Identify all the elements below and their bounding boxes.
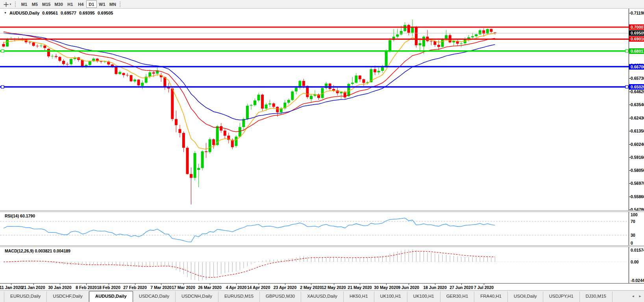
chart-tab-USDCHF-Daily[interactable]: USDCHF,Daily [47,291,89,302]
toolbar-grip [120,2,120,7]
tab-scroll-arrows: ◄ ► [631,295,642,298]
candle-body [239,127,241,136]
candle-body [55,56,57,57]
crosshair-tool-button[interactable]: ▼ [2,0,13,8]
chart-tab-USDJPY-H1[interactable]: USDJPY,H1 [543,291,580,302]
timeframe-button-W1[interactable]: W1 [97,0,107,8]
macd-axis-label: -0.02441 [631,278,644,283]
price-tick-label: 0.65730 [631,76,644,81]
candle-body [137,79,140,85]
chart-tab-USOil-Daily[interactable]: USOil,Daily [508,291,543,302]
candle-body [475,34,477,36]
candle-body [118,72,121,74]
timeframe-button-MN[interactable]: MN [107,0,118,8]
candle-body [400,31,403,35]
chart-tab-EURUSD-Daily[interactable]: EURUSD,Daily [4,291,47,302]
timeframe-button-M5[interactable]: M5 [30,0,40,8]
candle-body [254,100,256,105]
candle-body [171,88,174,119]
date-label: 27 Feb 2020 [121,285,149,290]
ohlc-low: 0.69395 [79,11,95,15]
candle-body [89,61,91,65]
chart-tab-UK100-H1[interactable]: UK100,H1 [407,291,440,302]
timeframe-button-M1[interactable]: M1 [19,0,30,8]
date-label: 9 Jun 2020 [395,285,422,290]
timeframe-button-group: M1M5M15M30H1H4D1W1MN [19,0,118,8]
timeframe-button-M30[interactable]: M30 [52,0,65,8]
candle-body [66,64,69,64]
timeframe-button-M15[interactable]: M15 [40,0,52,8]
candle-body [302,81,305,86]
line-selection-handle [625,50,628,52]
candle-body [490,29,492,32]
rsi-line [4,218,495,242]
candle-body [437,45,440,47]
chart-tab-list: EURUSD,DailyUSDCHF,DailyAUDUSD,DailyUSDC… [0,291,644,302]
candle-body [407,25,410,33]
chart-window[interactable]: ▼ AUDUSD,Daily 0.69561 0.69577 0.69395 0… [0,9,644,290]
chart-tab-GER30-H1[interactable]: GER30,H1 [440,291,475,302]
tab-scroll-right-icon[interactable]: ► [638,295,642,298]
date-label: 26 Mar 2020 [196,285,224,290]
candle-body [6,39,9,47]
price-tick-label: 0.64620 [631,89,644,94]
date-label: 17 Mar 2020 [170,285,197,290]
candle-body [130,75,133,81]
chart-tab-UK100-H1[interactable]: UK100,H1 [374,291,407,302]
candle-body [175,119,178,125]
timeframe-button-H1[interactable]: H1 [65,0,76,8]
rsi-indicator-label: RSI(14) 60.1790 [5,214,35,218]
candle-body [310,96,313,99]
macd-axis-label: 0.00 [631,260,638,264]
macd-pane-canvas[interactable] [0,247,629,283]
candle-body [374,69,376,72]
candle-body [47,49,50,56]
date-label: 23 Apr 2020 [271,285,299,290]
chart-tab-FRA40-H1[interactable]: FRA40,H1 [474,291,508,302]
candle-body [441,39,444,47]
price-tick-label: 0.55860 [631,194,644,199]
pane-splitter-macd[interactable] [0,245,644,247]
candle-body [133,79,136,81]
price-tick-label: 0.63540 [631,102,644,107]
time-axis[interactable]: 11 Jan 202021 Jan 202030 Jan 20208 Feb 2… [0,283,644,290]
chart-tab-AUDUSD-Daily[interactable]: AUDUSD,Daily [89,291,133,302]
candle-body [242,119,245,127]
timeframe-button-H4[interactable]: H4 [76,0,86,8]
candle-body [362,79,365,83]
candle-body [418,43,421,45]
price-badge: 0.70007 [629,24,644,30]
chart-tab-HK50-H1[interactable]: HK50,H1 [344,291,374,302]
candle-body [62,61,65,64]
date-label: 12 May 2020 [320,285,348,290]
tab-scroll-left-icon[interactable]: ◄ [631,295,635,298]
price-tick-label: 0.56970 [631,181,644,186]
candle-body [261,95,264,109]
rsi-axis-label: 0 [631,241,633,245]
price-badge: 0.66706 [629,64,644,70]
rsi-pane-canvas[interactable] [0,212,629,246]
chart-tab-DJ30-M15[interactable]: DJ30,M15 [580,291,613,302]
main-chart-canvas[interactable] [0,9,629,210]
pane-splitter-rsi[interactable] [0,210,644,212]
candle-body [445,35,448,39]
chart-tab-GBPUSD-M30[interactable]: GBPUSD,M30 [260,291,301,302]
candle-body [268,103,271,105]
date-label: 21 May 2020 [346,285,374,290]
price-tick-label: 0.59160 [631,155,644,160]
candle-body [257,95,260,101]
chart-tab-USDCAD-Daily[interactable]: USDCAD,Daily [133,291,176,302]
chart-tab-XAUUSD-Daily[interactable]: XAUUSD,Daily [301,291,344,302]
candle-body [460,43,463,44]
candle-body [471,36,474,37]
candle-body [178,129,181,133]
rsi-axis-label: 30 [631,233,635,238]
top-toolbar: ▼ M1M5M15M30H1H4D1W1MN [0,0,644,9]
candle-body [403,25,406,31]
candle-body [396,35,399,37]
candle-body [194,153,196,178]
chart-tab-USDCNH-Daily[interactable]: USDCNH,Daily [176,291,218,302]
timeframe-button-D1[interactable]: D1 [86,0,97,8]
chart-tab-EURUSD-M15[interactable]: EURUSD,M15 [218,291,260,302]
price-axis[interactable]: 0.711900.701100.690000.679200.668100.657… [629,9,644,283]
